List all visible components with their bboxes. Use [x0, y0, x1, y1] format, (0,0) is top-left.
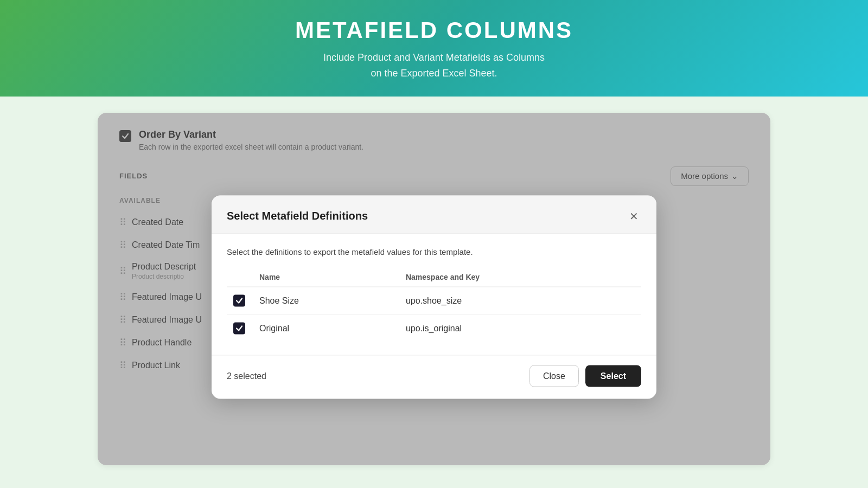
select-metafield-modal: Select Metafield Definitions ✕ Select th… [212, 195, 656, 399]
name-cell: Original [253, 314, 399, 342]
modal-header: Select Metafield Definitions ✕ [212, 195, 656, 234]
row-checkbox-original[interactable] [233, 322, 245, 334]
row-checkbox-shosize[interactable] [233, 294, 245, 306]
name-cell: Shoe Size [253, 287, 399, 314]
checkbox-column-header [227, 267, 253, 287]
modal-body: Select the definitions to export the met… [212, 234, 656, 355]
table-row: Original upo.is_original [227, 314, 641, 342]
modal-title: Select Metafield Definitions [227, 210, 368, 222]
name-column-header: Name [253, 267, 399, 287]
page-title: METAFIELD COLUMNS [11, 17, 857, 43]
definitions-table: Name Namespace and Key [227, 267, 641, 342]
modal-footer: 2 selected Close Select [212, 355, 656, 399]
close-button[interactable]: Close [529, 365, 579, 387]
modal-description: Select the definitions to export the met… [227, 247, 641, 256]
page-subtitle: Include Product and Variant Metafields a… [11, 50, 857, 81]
main-content: Order By Variant Each row in the exporte… [0, 97, 868, 481]
settings-card: Order By Variant Each row in the exporte… [98, 113, 770, 465]
footer-actions: Close Select [529, 365, 641, 387]
page-header: METAFIELD COLUMNS Include Product and Va… [0, 0, 868, 97]
selected-count: 2 selected [227, 371, 266, 381]
namespace-key-cell: upo.shoe_size [399, 287, 641, 314]
select-button[interactable]: Select [585, 365, 641, 387]
table-row: Shoe Size upo.shoe_size [227, 287, 641, 314]
modal-close-button[interactable]: ✕ [626, 208, 641, 223]
namespace-key-column-header: Namespace and Key [399, 267, 641, 287]
namespace-key-cell: upo.is_original [399, 314, 641, 342]
